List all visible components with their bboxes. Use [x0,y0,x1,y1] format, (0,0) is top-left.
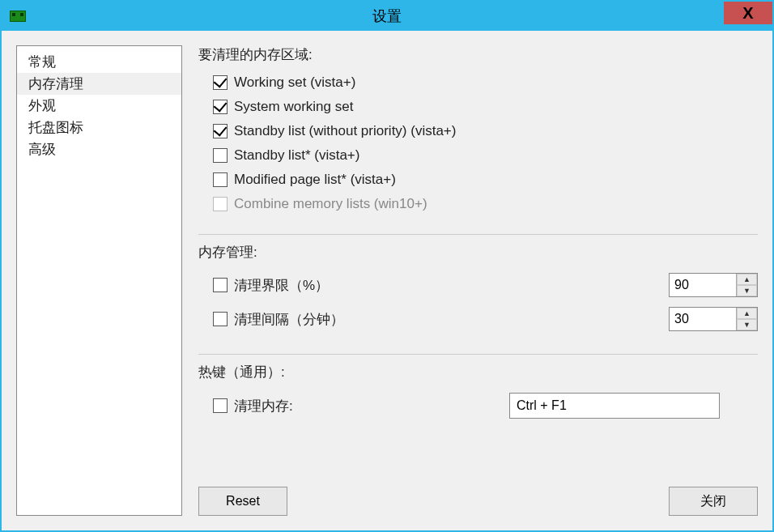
section-title-hotkey: 热键（通用）: [198,363,758,381]
section-hotkey: 热键（通用）: 清理内存: [198,363,758,423]
sidebar-item-memory-clean[interactable]: 内存清理 [17,73,181,95]
label-combine-lists: Combine memory lists (win10+) [234,196,427,212]
divider [198,234,758,235]
spinner-interval: ▲ ▼ [669,307,758,331]
spinner-up-interval[interactable]: ▲ [737,308,757,319]
label-working-set: Working set (vista+) [234,74,355,91]
titlebar: 设置 X [2,2,772,31]
sidebar: 常规 内存清理 外观 托盘图标 高级 [16,45,182,516]
sidebar-item-tray-icon[interactable]: 托盘图标 [17,117,181,138]
label-interval: 清理间隔（分钟） [234,310,669,329]
sidebar-item-general[interactable]: 常规 [17,51,181,73]
hotkey-row-clean: 清理内存: [198,388,758,423]
checkbox-modified-page-list[interactable] [213,172,228,187]
spinner-btns-threshold: ▲ ▼ [736,274,757,296]
checkbox-combine-lists [213,197,228,211]
spinner-down-threshold[interactable]: ▼ [737,285,757,296]
section-memory-management: 内存管理: 清理界限（%） ▲ ▼ 清理间隔（分钟） [198,243,758,336]
input-threshold[interactable] [670,274,736,296]
checkbox-standby-list[interactable] [213,148,228,163]
spinner-threshold: ▲ ▼ [669,273,758,297]
content-panel: 要清理的内存区域: Working set (vista+) System wo… [198,45,758,516]
button-row: Reset 关闭 [198,477,758,516]
client-area: 常规 内存清理 外观 托盘图标 高级 要清理的内存区域: Working set… [2,31,772,530]
section-title-mgmt: 内存管理: [198,243,758,262]
spinner-btns-interval: ▲ ▼ [736,308,757,330]
reset-button[interactable]: Reset [198,487,287,516]
checkbox-standby-no-priority[interactable] [213,124,228,138]
settings-window: 设置 X 常规 内存清理 外观 托盘图标 高级 要清理的内存区域: Workin… [0,0,774,532]
section-memory-areas: 要清理的内存区域: Working set (vista+) System wo… [198,45,758,216]
sidebar-item-advanced[interactable]: 高级 [17,138,181,160]
label-standby-no-priority: Standby list (without priority) (vista+) [234,123,456,139]
checkbox-hotkey-clean[interactable] [213,398,228,413]
window-title: 设置 [372,6,402,26]
label-system-working-set: System working set [234,99,353,115]
input-interval[interactable] [670,308,736,330]
checkbox-row-system-working-set: System working set [198,95,758,119]
checkbox-system-working-set[interactable] [213,100,228,114]
sidebar-item-appearance[interactable]: 外观 [17,95,181,117]
checkbox-interval[interactable] [213,312,228,326]
label-hotkey-clean: 清理内存: [234,397,509,415]
mgmt-row-interval: 清理间隔（分钟） ▲ ▼ [198,302,758,336]
label-standby-list: Standby list* (vista+) [234,147,359,164]
checkbox-row-standby-no-priority: Standby list (without priority) (vista+) [198,119,758,143]
section-title-areas: 要清理的内存区域: [198,45,758,64]
close-icon[interactable]: X [724,2,772,24]
spinner-down-interval[interactable]: ▼ [737,319,757,330]
mgmt-row-threshold: 清理界限（%） ▲ ▼ [198,268,758,302]
checkbox-threshold[interactable] [213,278,228,292]
checkbox-row-working-set: Working set (vista+) [198,70,758,95]
checkbox-row-standby-list: Standby list* (vista+) [198,143,758,168]
close-button[interactable]: 关闭 [669,487,758,516]
label-modified-page-list: Modified page list* (vista+) [234,172,396,188]
app-icon [10,11,26,22]
checkbox-row-combine-lists: Combine memory lists (win10+) [198,192,758,216]
divider [198,354,758,355]
spinner-up-threshold[interactable]: ▲ [737,274,757,285]
input-hotkey-clean[interactable] [509,393,720,419]
checkbox-working-set[interactable] [213,75,228,90]
label-threshold: 清理界限（%） [234,276,669,295]
checkbox-row-modified-page-list: Modified page list* (vista+) [198,168,758,192]
